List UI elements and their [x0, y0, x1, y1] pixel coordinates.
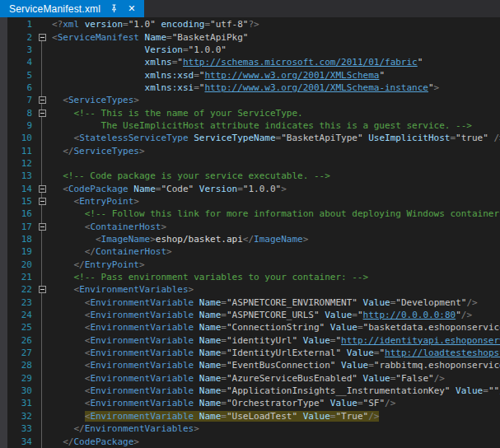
fold-collapse-icon[interactable] [39, 34, 46, 41]
code-token: > [166, 246, 172, 257]
line-number: 18 [7, 234, 36, 245]
line-number: 21 [7, 272, 36, 282]
code-token: = [221, 411, 227, 422]
code-text: </CodePackage> [48, 436, 139, 447]
code-line[interactable]: 2<ServiceManifest Name="BasketApiPkg" [0, 30, 500, 43]
code-token: > [139, 259, 145, 270]
code-token: > [194, 423, 199, 434]
close-icon[interactable]: ✕ [128, 4, 135, 13]
code-line[interactable]: 15 <EntryPoint> [0, 195, 500, 208]
fold-collapse-icon[interactable] [39, 223, 46, 231]
code-token: Value [320, 310, 353, 320]
code-token: encoding [156, 19, 205, 30]
code-line[interactable]: 25 <EnvironmentVariable Name="Connection… [0, 321, 500, 334]
code-editor[interactable]: 1<?xml version="1.0" encoding="utf-8"?>2… [0, 17, 500, 448]
code-token: = [221, 398, 227, 408]
code-token: Name [194, 310, 221, 320]
fold-collapse-icon[interactable] [39, 286, 46, 293]
code-text: <EnvironmentVariable Name="IdentityUrlEx… [48, 348, 500, 358]
code-token: "basketdata.eshoponservicefabric" [363, 322, 500, 333]
code-line[interactable]: 31 <EnvironmentVariable Name="Orchestrat… [0, 397, 500, 409]
code-line[interactable]: 10 <StatelessServiceType ServiceTypeName… [0, 132, 500, 144]
code-token: <!-- Code package is your service execut… [63, 170, 330, 181]
code-line[interactable]: 14 <CodePackage Name="Code" Version="1.0… [0, 182, 500, 194]
code-line[interactable]: 6 xmlns:xsi="http://www.w3.org/2001/XMLS… [0, 82, 500, 94]
code-token: "utf-8" [210, 19, 248, 30]
code-line[interactable]: 22 <EnvironmentVariables> [0, 283, 500, 296]
code-line[interactable]: 33 </EnvironmentVariables> [0, 422, 500, 435]
code-line[interactable]: 24 <EnvironmentVariable Name="ASPNETCORE… [0, 309, 500, 321]
code-line[interactable]: 21 <!-- Pass environment variables to yo… [0, 271, 500, 283]
code-token: Name [194, 411, 221, 422]
code-token: Name [129, 184, 156, 194]
code-token: /> [434, 373, 445, 384]
code-line[interactable]: 9 The UseImplicitHost attribute indicate… [0, 119, 500, 132]
code-line[interactable]: 23 <EnvironmentVariable Name="ASPNETCORE… [0, 296, 500, 309]
code-line[interactable]: 16 <!-- Follow this link for more inform… [0, 208, 500, 220]
line-number: 1 [7, 19, 36, 30]
code-token: "Development" [395, 297, 466, 308]
code-text: <EnvironmentVariable Name="ASPNETCORE_UR… [48, 310, 472, 320]
code-line[interactable]: 19 </ContainerHost> [0, 245, 500, 258]
code-token: ServiceManifest [58, 32, 139, 43]
code-line[interactable]: 28 <EnvironmentVariable Name="EventBusCo… [0, 359, 500, 371]
code-line[interactable]: 26 <EnvironmentVariable Name="identityUr… [0, 334, 500, 347]
code-token: "EventBusConnection" [227, 360, 335, 371]
code-token: = [221, 297, 227, 308]
code-line[interactable]: 20 </EntryPoint> [0, 259, 500, 271]
tab-servicemanifest-xml[interactable]: ServiceManifest.xml ✕ [0, 0, 144, 17]
fold-collapse-icon[interactable] [39, 185, 46, 193]
code-token: "AzureServiceBusEnabled" [227, 373, 357, 384]
code-token: " [418, 57, 423, 68]
code-line[interactable]: 1<?xml version="1.0" encoding="utf-8"?> [0, 18, 500, 30]
line-number: 24 [7, 310, 36, 320]
code-token: = [194, 82, 199, 93]
code-token: /> [368, 411, 379, 422]
code-line[interactable]: 5 xmlns:xsd="http://www.w3.org/2001/XMLS… [0, 68, 500, 81]
code-token: "ConnectionString" [227, 322, 325, 333]
code-line[interactable]: 12 [0, 157, 500, 170]
code-line[interactable]: 13 <!-- Code package is your service exe… [0, 170, 500, 182]
code-line[interactable]: 32 <EnvironmentVariable Name="UseLoadTes… [0, 410, 500, 422]
code-text: </EntryPoint> [48, 259, 145, 270]
code-line[interactable]: 18 <ImageName>eshop/basket.api</ImageNam… [0, 233, 500, 245]
code-text: <EnvironmentVariable Name="ConnectionStr… [48, 322, 500, 333]
code-token: EnvironmentVariable [90, 398, 194, 408]
code-token: Name [194, 360, 221, 371]
code-token: "OrchestratorType" [227, 398, 325, 408]
code-line[interactable]: 11 </ServiceTypes> [0, 144, 500, 156]
line-number: 31 [7, 398, 36, 408]
code-token: http://schemas.microsoft.com/2011/01/fab… [183, 57, 418, 68]
code-line[interactable]: 34 </CodePackage> [0, 435, 500, 447]
code-token: "Code" [161, 184, 194, 194]
code-line[interactable]: 7 <ServiceTypes> [0, 94, 500, 106]
code-line[interactable]: 29 <EnvironmentVariable Name="AzureServi… [0, 372, 500, 385]
code-token: http://www.w3.org/2001/XMLSchema-instanc… [204, 82, 428, 93]
line-number: 32 [7, 411, 36, 422]
code-token: "BasketApiType" [281, 133, 362, 143]
code-token: "ApplicationInsights__InstrumentationKey… [227, 385, 451, 396]
code-line[interactable]: 3 Version="1.0.0" [0, 44, 500, 56]
fold-collapse-icon[interactable] [39, 198, 46, 205]
code-token: eshop/basket.api [156, 234, 243, 245]
code-token: = [221, 360, 227, 371]
line-number: 27 [7, 348, 36, 358]
code-token: = [221, 385, 227, 396]
code-token: EnvironmentVariable [90, 385, 194, 396]
line-number: 34 [7, 436, 36, 447]
code-token: > [150, 234, 156, 245]
line-number: 9 [7, 120, 36, 131]
code-token: /> [466, 297, 477, 308]
code-token: > [303, 234, 309, 245]
code-line[interactable]: 27 <EnvironmentVariable Name="IdentityUr… [0, 347, 500, 359]
push-pin-icon[interactable] [110, 4, 119, 13]
code-line[interactable]: 4 xmlns="http://schemas.microsoft.com/20… [0, 56, 500, 68]
fold-collapse-icon[interactable] [39, 110, 46, 117]
code-text: The UseImplicitHost attribute indicates … [48, 120, 472, 131]
line-number: 15 [7, 196, 36, 207]
code-token: = [237, 184, 243, 194]
fold-collapse-icon[interactable] [39, 96, 46, 104]
code-line[interactable]: 8 <!-- This is the name of your ServiceT… [0, 106, 500, 119]
code-line[interactable]: 30 <EnvironmentVariable Name="Applicatio… [0, 385, 500, 397]
code-line[interactable]: 17 <ContainerHost> [0, 221, 500, 233]
